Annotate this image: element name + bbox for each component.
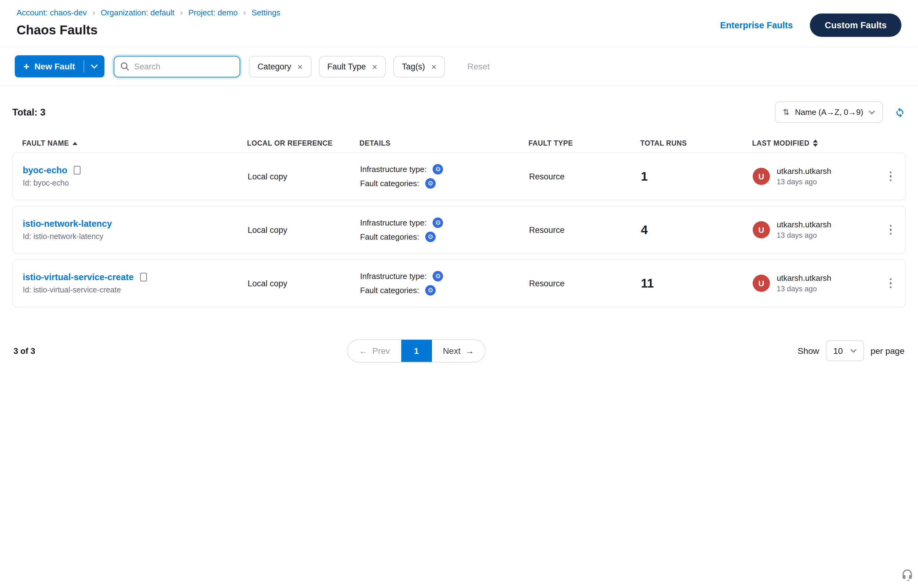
header-right: Enterprise Faults Custom Faults	[720, 7, 902, 47]
total-runs: 1	[641, 169, 753, 183]
modified-by-user: utkarsh.utkarsh	[777, 166, 831, 176]
enterprise-faults-link[interactable]: Enterprise Faults	[720, 20, 793, 30]
search-box	[114, 56, 240, 77]
new-fault-button[interactable]: + New Fault	[15, 55, 84, 78]
column-header-last-modified[interactable]: LAST MODIFIED	[752, 139, 871, 147]
breadcrumb-separator: ›	[180, 7, 183, 17]
fault-type: Resource	[529, 225, 641, 234]
sort-ascending-icon	[73, 142, 78, 145]
local-or-reference: Local copy	[247, 225, 360, 234]
page-header: Account: chaos-dev › Organization: defau…	[0, 0, 918, 47]
table-row: byoc-echo Id: byoc-echo Local copy Infra…	[12, 152, 906, 200]
breadcrumb-settings-link[interactable]: Settings	[252, 8, 281, 17]
filter-tags-button[interactable]: Tag(s) ×	[393, 56, 445, 77]
list-head-controls: ⇅ Name (A→Z, 0→9)	[775, 102, 906, 123]
breadcrumb-separator: ›	[92, 7, 95, 17]
close-icon[interactable]: ×	[297, 62, 303, 71]
new-fault-split-button: + New Fault	[15, 55, 105, 78]
custom-faults-button[interactable]: Custom Faults	[810, 13, 902, 37]
modified-by-user: utkarsh.utkarsh	[777, 220, 831, 229]
kubernetes-icon: ⚙	[425, 178, 436, 189]
arrow-right-icon: →	[465, 346, 474, 356]
refresh-button[interactable]	[894, 106, 906, 118]
sort-select[interactable]: ⇅ Name (A→Z, 0→9)	[775, 102, 883, 123]
toolbar: + New Fault Category × Fault Type × Tag(…	[0, 47, 918, 86]
total-count: Total: 3	[12, 107, 45, 118]
column-header-label: LAST MODIFIED	[752, 139, 810, 147]
column-header-details: DETAILS	[359, 139, 528, 147]
fault-type: Resource	[529, 172, 641, 181]
table-header-row: FAULT NAME LOCAL OR REFERENCE DETAILS FA…	[12, 139, 906, 147]
sort-both-icon	[813, 139, 818, 147]
column-header-label: FAULT NAME	[22, 139, 69, 147]
breadcrumb-account-link[interactable]: Account: chaos-dev	[16, 8, 87, 17]
column-header-fault-type: FAULT TYPE	[528, 139, 640, 147]
column-header-total-runs: TOTAL RUNS	[640, 139, 752, 147]
kubernetes-icon: ⚙	[433, 271, 443, 281]
fault-name-link[interactable]: byoc-echo	[23, 165, 67, 175]
kebab-menu-button[interactable]	[886, 221, 895, 239]
page-size-select[interactable]: 10	[826, 340, 864, 361]
next-page-button[interactable]: Next →	[432, 340, 485, 362]
search-input[interactable]	[114, 56, 240, 77]
plus-icon: +	[23, 61, 29, 71]
close-icon[interactable]: ×	[431, 62, 436, 71]
details-cell: Infrastructure type:⚙ Fault categories:⚙	[360, 271, 529, 296]
local-or-reference: Local copy	[247, 279, 360, 288]
breadcrumb-project-link[interactable]: Project: demo	[188, 8, 238, 17]
filter-fault-type-button[interactable]: Fault Type ×	[318, 56, 386, 77]
modified-time: 13 days ago	[777, 231, 831, 240]
fault-name-link[interactable]: istio-network-latency	[23, 219, 112, 229]
chevron-down-icon	[869, 110, 875, 114]
modified-by-user: utkarsh.utkarsh	[777, 273, 831, 283]
kubernetes-icon: ⚙	[433, 218, 443, 228]
kebab-menu-button[interactable]	[886, 168, 895, 185]
pagination: 3 of 3 ← Prev 1 Next → Show 10 per page	[12, 339, 906, 362]
pagination-range: 3 of 3	[13, 346, 36, 355]
filter-category-label: Category	[257, 62, 291, 71]
total-runs: 4	[641, 223, 753, 237]
breadcrumb-organization-link[interactable]: Organization: default	[101, 8, 175, 17]
new-fault-dropdown-button[interactable]	[84, 55, 105, 78]
kebab-menu-button[interactable]	[886, 275, 895, 292]
last-modified-cell: U utkarsh.utkarsh 13 days ago	[753, 166, 871, 186]
modified-time: 13 days ago	[777, 284, 831, 293]
filter-category-button[interactable]: Category ×	[249, 56, 311, 77]
filter-fault-type-label: Fault Type	[327, 62, 366, 71]
sort-arrows-icon: ⇅	[783, 108, 790, 117]
next-label: Next	[443, 346, 461, 356]
details-cell: Infrastructure type:⚙ Fault categories:⚙	[360, 218, 529, 242]
per-page-label: per page	[870, 346, 905, 356]
header-left: Account: chaos-dev › Organization: defau…	[16, 7, 281, 47]
page-1-button[interactable]: 1	[401, 340, 432, 362]
reset-filters-button[interactable]: Reset	[464, 61, 493, 72]
avatar: U	[753, 168, 770, 185]
last-modified-cell: U utkarsh.utkarsh 13 days ago	[753, 220, 871, 240]
column-header-label: LOCAL OR REFERENCE	[247, 139, 333, 147]
faults-list: Total: 3 ⇅ Name (A→Z, 0→9) FAULT NAME LO…	[0, 102, 918, 362]
close-icon[interactable]: ×	[372, 62, 378, 71]
total-runs: 11	[641, 276, 753, 290]
support-headset-icon[interactable]	[900, 568, 914, 584]
kubernetes-icon: ⚙	[433, 164, 443, 174]
fault-categories-label: Fault categories:	[360, 179, 419, 188]
fault-name-cell: byoc-echo Id: byoc-echo	[23, 165, 247, 187]
pager: ← Prev 1 Next →	[347, 339, 486, 362]
chaos-faults-page: Account: chaos-dev › Organization: defau…	[0, 0, 918, 588]
arrow-left-icon: ←	[359, 346, 367, 356]
kubernetes-icon: ⚙	[425, 232, 436, 242]
show-label: Show	[798, 346, 819, 356]
fault-type: Resource	[529, 279, 641, 288]
column-header-fault-name[interactable]: FAULT NAME	[22, 139, 247, 147]
fault-categories-label: Fault categories:	[360, 232, 419, 241]
column-header-label: DETAILS	[359, 139, 391, 147]
local-or-reference: Local copy	[247, 172, 360, 181]
fault-name-link[interactable]: istio-virtual-service-create	[23, 272, 134, 282]
filter-pills: Category × Fault Type × Tag(s) ×	[249, 56, 445, 77]
avatar: U	[753, 275, 770, 292]
prev-page-button[interactable]: ← Prev	[348, 340, 401, 362]
avatar: U	[753, 221, 770, 238]
fault-name-cell: istio-network-latency Id: istio-network-…	[23, 219, 247, 241]
last-modified-cell: U utkarsh.utkarsh 13 days ago	[753, 273, 871, 293]
breadcrumb-separator: ›	[243, 7, 246, 17]
